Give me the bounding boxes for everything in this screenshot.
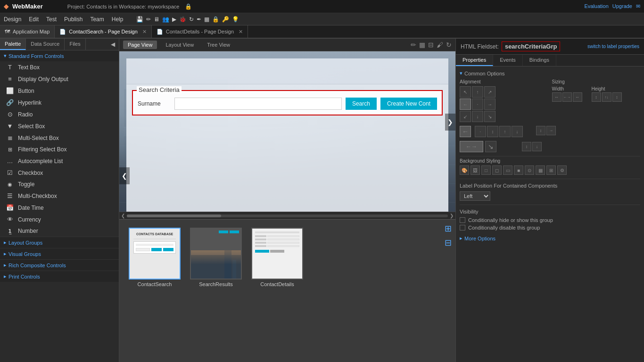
height-extra-2[interactable]: → <box>546 126 556 135</box>
view-tab-layout[interactable]: Layout View <box>161 41 198 49</box>
palette-item-filteringselect[interactable]: ⊞ Filtering Select Box <box>0 144 119 155</box>
bg-btn-shadow[interactable]: ▭ <box>503 165 512 175</box>
align-row3-1[interactable]: ←→ <box>460 141 483 152</box>
run-icon[interactable]: ▶ <box>172 16 176 23</box>
bulb-icon[interactable]: 💡 <box>232 16 239 23</box>
grid-icon[interactable]: ▦ <box>204 16 209 23</box>
menu-team[interactable]: Team <box>90 16 104 23</box>
palette-item-checkbox[interactable]: ☑ Checkbox <box>0 167 119 179</box>
email-icon[interactable]: ✉ <box>636 3 640 9</box>
bg-btn-grid[interactable]: ▦ <box>536 165 545 175</box>
align-top-center[interactable] <box>472 86 483 98</box>
palette-item-textbox[interactable]: T Text Box <box>0 61 119 73</box>
canvas-nav-left[interactable]: ❮ <box>119 167 130 184</box>
paint-view-icon[interactable]: 🖌 <box>437 41 443 49</box>
menu-publish[interactable]: Publish <box>64 16 83 23</box>
tab-contact-details[interactable]: 📄 ContactDetails - Page Design ✕ <box>152 25 248 38</box>
scroll-thumb[interactable] <box>127 214 221 217</box>
vis-checkbox-disable[interactable] <box>460 225 465 230</box>
palette-item-multiselectbox[interactable]: ≣ Multi-Select Box <box>0 132 119 144</box>
align-mid-right[interactable] <box>484 99 495 110</box>
height-btn-2[interactable]: ↑↓ <box>602 92 611 102</box>
palette-item-number[interactable]: 1̲ Number <box>0 225 119 237</box>
palette-tab-palette[interactable]: Palette <box>0 39 26 50</box>
save-icon[interactable]: 💾 <box>136 16 143 23</box>
thumbnail-contact-details[interactable]: ContactDetails <box>251 228 303 287</box>
palette-item-display-only[interactable]: ≡ Display Only Output <box>0 73 119 85</box>
align-extra-5[interactable]: ↓ <box>512 126 523 137</box>
align-top-left[interactable] <box>460 86 471 98</box>
right-tab-events[interactable]: Events <box>493 55 523 66</box>
width-btn-1[interactable]: ↔ <box>552 92 561 102</box>
height-btn-3[interactable]: ↕ <box>612 92 622 102</box>
close-tab-contact-details[interactable]: ✕ <box>239 29 243 35</box>
bg-btn-color[interactable]: 🎨 <box>460 165 469 175</box>
align-bot-center[interactable] <box>472 111 483 122</box>
align-extra-1[interactable]: ← <box>460 126 471 137</box>
palette-tab-datasource[interactable]: Data Source <box>26 39 65 50</box>
menu-test[interactable]: Test <box>46 16 57 23</box>
palette-item-currency[interactable]: 👁 Currency <box>0 214 119 225</box>
height-btn-1[interactable]: ↕ <box>592 92 601 102</box>
refresh-view-icon[interactable]: ↻ <box>446 41 452 49</box>
layout-groups-section[interactable]: Layout Groups <box>0 237 119 248</box>
width-btn-3[interactable]: ↔ <box>573 92 582 102</box>
canvas-nav-right[interactable]: ❯ <box>445 114 455 131</box>
right-tab-properties[interactable]: Properties <box>456 55 493 66</box>
palette-item-autocomplete[interactable]: … Autocomplete List <box>0 155 119 167</box>
width-btn-2[interactable]: ←→ <box>562 92 572 102</box>
palette-item-toggle[interactable]: ◉ Toggle <box>0 179 119 190</box>
thumb-contact-search-img[interactable]: CONTACTS DATABASE <box>129 228 181 280</box>
create-button[interactable]: Create New Cont <box>380 98 437 110</box>
key-icon[interactable]: 🔑 <box>222 16 229 23</box>
more-options-link[interactable]: More Options <box>460 232 640 244</box>
add-page-icon-1[interactable]: ⊞ <box>445 223 452 234</box>
preview-icon[interactable]: 🖥 <box>154 16 159 23</box>
standard-form-controls-section[interactable]: Standard Form Controls <box>0 50 119 61</box>
print-controls-section[interactable]: Print Controls <box>0 271 119 282</box>
thumbnail-contact-search[interactable]: CONTACTS DATABASE <box>129 228 181 287</box>
scroll-right-arrow[interactable]: ❯ <box>450 213 454 218</box>
palette-item-datetime[interactable]: 📅 Date Time <box>0 202 119 214</box>
refresh-icon[interactable]: ↻ <box>189 16 194 23</box>
bg-btn-gear[interactable]: ⚙ <box>557 165 567 175</box>
menu-design[interactable]: Design <box>4 16 21 23</box>
align-top-right[interactable] <box>484 86 495 98</box>
grid-view-icon[interactable]: ▦ <box>419 41 425 49</box>
bg-btn-image[interactable]: 🖼 <box>471 165 480 175</box>
thumb-contact-details-img[interactable] <box>251 228 303 280</box>
align-extra-4[interactable]: ↑ <box>499 126 511 137</box>
view-tab-tree[interactable]: Tree View <box>202 41 235 49</box>
surname-input[interactable] <box>174 98 342 110</box>
view-tab-page[interactable]: Page View <box>123 41 157 49</box>
palette-item-selectbox[interactable]: ▼ Select Box <box>0 120 119 132</box>
edit-view-icon[interactable]: ✏ <box>411 41 416 49</box>
search-button[interactable]: Search <box>346 98 377 110</box>
add-page-icon-2[interactable]: ⊟ <box>445 238 452 248</box>
common-options-title[interactable]: Common Options <box>460 70 640 76</box>
bg-btn-round[interactable]: ◻ <box>492 165 502 175</box>
lock2-icon[interactable]: 🔒 <box>212 16 219 23</box>
height-extra-1[interactable]: ↕ <box>536 126 545 135</box>
menu-edit[interactable]: Edit <box>29 16 39 23</box>
palette-item-multicheckbox[interactable]: ☰ Multi-Checkbox <box>0 190 119 202</box>
switch-to-label-props[interactable]: switch to label properties <box>587 44 639 49</box>
palette-collapse-arrow[interactable]: ◀ <box>107 39 119 50</box>
scroll-track[interactable] <box>127 214 448 217</box>
search-criteria-fieldset[interactable]: Search Criteria Surname Search Create Ne… <box>132 90 443 115</box>
upgrade-link[interactable]: Upgrade <box>612 3 632 9</box>
rich-composite-section[interactable]: Rich Composite Controls <box>0 259 119 271</box>
height-row3-2[interactable]: ↓ <box>532 142 542 151</box>
close-tab-contact-search[interactable]: ✕ <box>142 29 147 35</box>
right-tab-bindings[interactable]: Bindings <box>523 55 556 66</box>
align-mid-center[interactable] <box>472 99 483 110</box>
tab-application-map[interactable]: 🗺 Application Map <box>0 25 55 38</box>
vis-checkbox-hide[interactable] <box>460 217 465 223</box>
visual-groups-section[interactable]: Visual Groups <box>0 248 119 259</box>
label-pos-select[interactable]: Left Right Top Bottom <box>460 191 490 201</box>
thumbnail-search-results[interactable]: SearchResults <box>190 228 242 287</box>
align-bot-left[interactable] <box>460 111 471 122</box>
draw-icon[interactable]: ✒ <box>197 16 201 23</box>
align-extra-3[interactable]: ↕ <box>487 126 498 137</box>
palette-item-radio[interactable]: ⊙ Radio <box>0 108 119 120</box>
